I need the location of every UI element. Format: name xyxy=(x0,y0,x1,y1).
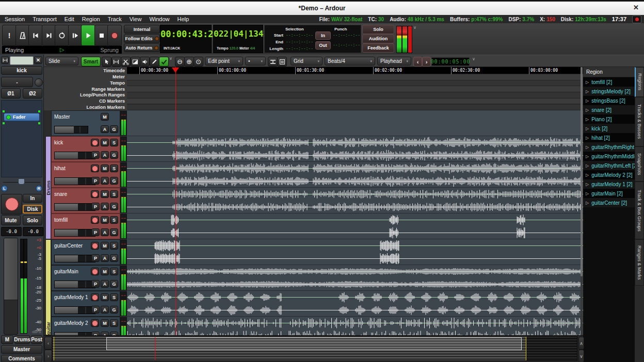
track-fader[interactable] xyxy=(54,306,95,314)
ruler-row-tempo[interactable] xyxy=(127,80,583,87)
track-fader[interactable] xyxy=(54,126,88,134)
playhead-line[interactable] xyxy=(175,67,176,335)
ruler-row-loop-punch-ranges[interactable] xyxy=(127,92,583,98)
track-record-button[interactable] xyxy=(91,319,99,327)
menu-help[interactable]: Help xyxy=(178,16,189,22)
track-mute-button[interactable]: M xyxy=(101,242,109,250)
track-automation-button[interactable]: A xyxy=(101,203,109,210)
track-record-button[interactable] xyxy=(91,164,99,172)
expand-arrow-icon[interactable]: ▷ xyxy=(586,98,589,103)
track-automation-button[interactable]: A xyxy=(101,228,109,236)
ruler-row-cd-markers[interactable] xyxy=(127,98,583,105)
region-list-item[interactable]: ▷stringsBass [2] xyxy=(583,96,635,105)
snap-mode-dropdown[interactable]: Slide▾ xyxy=(45,57,78,65)
close-window-icon[interactable]: ✕ xyxy=(633,4,639,11)
punch-in-button[interactable]: In xyxy=(315,31,331,40)
track-solo-button[interactable]: S xyxy=(110,293,118,301)
expand-arrow-icon[interactable]: ▷ xyxy=(586,117,589,122)
stop-button[interactable] xyxy=(94,25,109,46)
track-header[interactable]: guitarMelody 1MSPAG xyxy=(51,291,120,317)
chevron-down-icon[interactable]: ∨ xyxy=(169,56,172,61)
track-header[interactable]: kickMSPAG xyxy=(51,136,120,162)
track-content[interactable] xyxy=(127,136,583,162)
track-automation-button[interactable]: A xyxy=(101,254,109,262)
track-automation-button[interactable]: A xyxy=(101,306,109,314)
comments-button[interactable]: Comments xyxy=(1,355,42,362)
track-group-button[interactable]: G xyxy=(110,203,118,210)
track-content[interactable] xyxy=(127,239,583,265)
menu-edit[interactable]: Edit xyxy=(65,16,74,22)
zoom-focus-dropdown[interactable]: Playhead▾ xyxy=(377,57,411,65)
solo-button[interactable]: Solo xyxy=(362,25,394,34)
expand-arrow-icon[interactable]: ▷ xyxy=(586,126,589,131)
ruler-label-0[interactable]: Timecode xyxy=(103,68,125,73)
track-record-button[interactable] xyxy=(91,293,99,301)
region-list-item[interactable]: ▷guitarCenter [2] xyxy=(583,198,635,207)
track-solo-button[interactable]: S xyxy=(110,268,118,275)
tab-regions[interactable]: Regions xyxy=(635,67,644,97)
track-mute-button[interactable]: M xyxy=(101,268,109,275)
track-header[interactable]: tomfillMSPAG xyxy=(51,213,120,239)
scroll-left-button[interactable]: ‹ xyxy=(44,337,52,350)
track-fader[interactable] xyxy=(54,152,95,159)
track-group-button[interactable]: G xyxy=(110,332,118,335)
go-end-button[interactable] xyxy=(42,25,56,46)
track-content[interactable] xyxy=(127,265,583,291)
track-group-button[interactable]: G xyxy=(110,151,118,159)
play-range-button[interactable] xyxy=(68,25,83,46)
track-playlist-button[interactable]: P xyxy=(91,151,100,159)
grab-tool-button[interactable] xyxy=(102,57,111,67)
track-content[interactable] xyxy=(127,162,583,188)
expand-arrow-icon[interactable]: ▷ xyxy=(586,145,589,150)
primary-clock[interactable]: 00:00:43:25 INT/JACK xyxy=(160,25,212,53)
track-solo-button[interactable]: S xyxy=(110,319,118,327)
track-record-button[interactable] xyxy=(91,242,99,250)
editor-vertical-scrollbar[interactable] xyxy=(581,67,583,335)
metronome-button[interactable] xyxy=(15,25,30,46)
expand-arrow-icon[interactable]: ▷ xyxy=(586,201,589,205)
region-list-item[interactable]: ▷guitarRhythmLeft [2] xyxy=(583,161,635,170)
track-header[interactable]: snareMSPAG xyxy=(51,188,120,213)
track-height-button[interactable] xyxy=(277,57,287,67)
track-automation-button[interactable]: A xyxy=(101,332,109,335)
chevron-down-icon[interactable]: ∨ xyxy=(472,57,475,61)
stretch-tool-button[interactable] xyxy=(111,57,121,67)
disk-monitor-button[interactable]: Disk xyxy=(23,205,42,213)
grid-mode-dropdown[interactable]: Grid▾ xyxy=(291,57,323,65)
ruler-label-1[interactable]: Meter xyxy=(112,74,125,79)
track-playlist-button[interactable]: P xyxy=(91,280,100,288)
expand-arrow-icon[interactable]: ▷ xyxy=(586,154,589,159)
go-start-button[interactable] xyxy=(28,25,43,46)
fade-tool-button[interactable] xyxy=(131,57,140,67)
track-fader[interactable] xyxy=(54,203,95,211)
ruler-row-meter[interactable] xyxy=(127,74,583,80)
track-header[interactable]: guitarMainMSPAG xyxy=(51,265,120,291)
track-content[interactable] xyxy=(127,110,583,136)
ruler-row-range-markers[interactable] xyxy=(127,86,583,92)
expand-arrow-icon[interactable]: ▷ xyxy=(586,173,589,177)
secondary-clock[interactable]: 022|04|1341 Tempo 120.0 Meter 4/4 xyxy=(213,25,263,53)
track-fader[interactable] xyxy=(54,177,95,185)
region-list-item[interactable]: ▷guitarMain [2] xyxy=(583,189,635,198)
region-list-item[interactable]: ▷hihat [2] xyxy=(583,133,635,142)
strip-tab-post[interactable]: Post xyxy=(31,335,42,344)
cut-tool-button[interactable] xyxy=(121,57,131,67)
region-list-item[interactable]: ▷kick [2] xyxy=(583,124,635,133)
chevron-down-icon[interactable]: ∨ xyxy=(413,25,416,30)
track-record-button[interactable] xyxy=(91,268,99,275)
track-playlist-button[interactable]: P xyxy=(91,332,100,335)
feedback-button[interactable]: Feedback xyxy=(362,43,394,53)
strip-tab-m[interactable]: M xyxy=(1,335,13,344)
expand-arrow-icon[interactable]: ▷ xyxy=(586,80,589,85)
track-mute-button[interactable]: M xyxy=(101,164,109,172)
fit-tracks-button[interactable] xyxy=(268,57,278,67)
pan-handle[interactable] xyxy=(18,178,25,185)
menu-transport[interactable]: Transport xyxy=(33,16,57,22)
track-record-button[interactable] xyxy=(91,190,99,198)
audition-tool-button[interactable] xyxy=(140,57,150,67)
track-fader[interactable] xyxy=(54,229,95,237)
ruler-row-location-markers[interactable] xyxy=(127,105,583,111)
ruler-label-5[interactable]: CD Markers xyxy=(99,98,125,104)
track-mute-button[interactable]: M xyxy=(101,190,109,198)
track-group-button[interactable]: G xyxy=(110,228,118,236)
